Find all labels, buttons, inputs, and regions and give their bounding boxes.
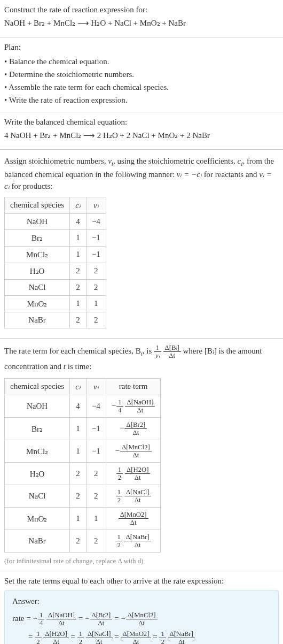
cell-species: H₂O [5, 263, 70, 279]
cell-species: H₂O [5, 463, 70, 485]
term: −Δ[Br2]Δt [85, 614, 112, 623]
table-row: MnO₂ 1 1 Δ[MnO2]Δt [5, 508, 161, 530]
table-row: H₂O 2 2 12 Δ[H2O]Δt [5, 463, 161, 485]
answer-box: Answer: rate = −14 Δ[NaOH]Δt = −Δ[Br2]Δt… [4, 590, 279, 644]
cell-species: NaBr [5, 530, 70, 553]
cell-ci: 1 [70, 295, 87, 312]
text: for reactants and [202, 170, 259, 179]
col-ci: cᵢ [70, 378, 87, 395]
cell-rate: 12 Δ[NaCl]Δt [106, 485, 161, 508]
text: Assign stoichiometric numbers, [4, 157, 108, 165]
cell-species: NaOH [5, 395, 70, 417]
numerator: 1 [116, 466, 123, 474]
numerator: Δ[MnCl2] [120, 443, 152, 451]
cell-nui: 1 [86, 295, 106, 312]
cell-nui: 2 [86, 485, 106, 508]
plan-item: • Assemble the rate term for each chemic… [4, 81, 279, 94]
delta-fraction: Δ[MnO2]Δt [121, 630, 151, 644]
neg-sign: − [85, 614, 89, 623]
cell-ci: 2 [70, 463, 87, 485]
coef-fraction: 12 [115, 533, 122, 549]
table-row: NaCl 2 2 12 Δ[NaCl]Δt [5, 485, 161, 508]
text: is time: [66, 362, 91, 371]
numerator: Δ[MnO2] [121, 630, 151, 638]
equals: = [28, 632, 35, 641]
denominator: 2 [116, 496, 122, 504]
final-heading: Set the rate terms equal to each other t… [4, 577, 279, 586]
rateterm-intro: The rate term for each chemical species,… [4, 344, 279, 374]
cell-rate: Δ[MnO2]Δt [106, 508, 161, 530]
table-header-row: chemical species cᵢ νᵢ rate term [5, 378, 161, 395]
cell-nui: 2 [86, 530, 106, 553]
cell-ci: 1 [70, 229, 87, 246]
cell-species: Br₂ [5, 417, 70, 440]
equals: = [114, 632, 121, 641]
balanced-section: Write the balanced chemical equation: 4 … [0, 112, 283, 150]
cell-ci: 1 [70, 508, 87, 530]
numerator: 1 [115, 533, 122, 541]
delta-fraction: Δ[Br2]Δt [90, 611, 112, 627]
stoich-section: Assign stoichiometric numbers, νi, using… [0, 150, 283, 339]
neg-sign: − [33, 614, 37, 623]
equals: = [153, 632, 159, 641]
infinitesimal-note: (for infinitesimal rate of change, repla… [4, 557, 279, 565]
numerator: Δ[Bᵢ] [163, 344, 181, 352]
term: 12 Δ[NaBr]Δt [159, 633, 194, 641]
cell-ci: 2 [70, 485, 87, 508]
numerator: 1 [159, 630, 166, 638]
delta-fraction: Δ[H2O]Δt [125, 466, 150, 481]
delta-fraction: Δ[NaCl]Δt [86, 630, 113, 644]
plan-list: • Balance the chemical equation. • Deter… [4, 55, 279, 106]
denominator: 2 [35, 638, 41, 644]
cell-nui: 2 [86, 312, 106, 328]
numerator: Δ[MnCl2] [126, 611, 158, 619]
cell-species: NaOH [5, 213, 70, 229]
cell-nui: −4 [86, 395, 106, 417]
equals: = [71, 632, 77, 641]
intro-title: Construct the rate of reaction expressio… [4, 5, 279, 14]
numerator: Δ[NaCl] [124, 488, 151, 496]
delta-fraction: Δ[NaOH]Δt [125, 398, 155, 414]
cell-ci: 4 [70, 395, 87, 417]
denominator: 2 [115, 541, 122, 549]
balanced-equation: 4 NaOH + Br₂ + MnCl₂ ⟶ 2 H₂O + 2 NaCl + … [4, 129, 279, 142]
plan-item: • Write the rate of reaction expression. [4, 94, 279, 106]
delta-fraction: Δ[MnO2]Δt [119, 511, 148, 526]
numerator: Δ[NaBr] [168, 630, 195, 638]
cell-ci: 2 [70, 279, 87, 295]
ci-label: cᵢ [75, 201, 81, 210]
term: 12 Δ[NaCl]Δt [77, 633, 113, 641]
delta-fraction: Δ[NaOH]Δt [46, 611, 76, 627]
cell-nui: 2 [86, 463, 106, 485]
cell-nui: −1 [86, 417, 106, 440]
numerator: 1 [38, 611, 44, 619]
denominator: Δt [125, 407, 155, 414]
cell-rate: −Δ[MnCl2]Δt [106, 440, 161, 463]
denominator: Δt [46, 619, 76, 627]
cell-species: NaCl [5, 279, 70, 295]
denominator: Δt [126, 619, 158, 627]
stoich-table: chemical species cᵢ νᵢ NaOH4−4 Br₂1−1 Mn… [4, 197, 106, 328]
cell-nui: −1 [86, 246, 106, 263]
denominator: 2 [77, 638, 84, 644]
col-nui: νᵢ [86, 197, 106, 213]
coef-fraction: 12 [116, 488, 122, 504]
table-row: Br₂1−1 [5, 229, 106, 246]
fraction: Δ[Bᵢ]Δt [163, 344, 181, 359]
answer-label: Answer: [12, 597, 271, 606]
numerator: Δ[H2O] [43, 630, 68, 638]
nui-label: νᵢ [93, 382, 99, 391]
relation-reactants: νᵢ = −cᵢ [177, 170, 202, 179]
cell-ci: 2 [70, 312, 87, 328]
denominator: Δt [119, 519, 148, 526]
numerator: 1 [77, 630, 84, 638]
table-row: MnCl₂1−1 [5, 246, 106, 263]
cell-ci: 1 [70, 246, 87, 263]
col-species: chemical species [5, 378, 70, 395]
cell-species: MnO₂ [5, 508, 70, 530]
coef-fraction: 12 [35, 630, 41, 644]
denominator: Δt [125, 474, 150, 481]
col-nui: νᵢ [86, 378, 106, 395]
rate-line-2: = 12 Δ[H2O]Δt = 12 Δ[NaCl]Δt = Δ[MnO2]Δt… [28, 628, 271, 644]
denominator: νᵢ [154, 352, 161, 359]
